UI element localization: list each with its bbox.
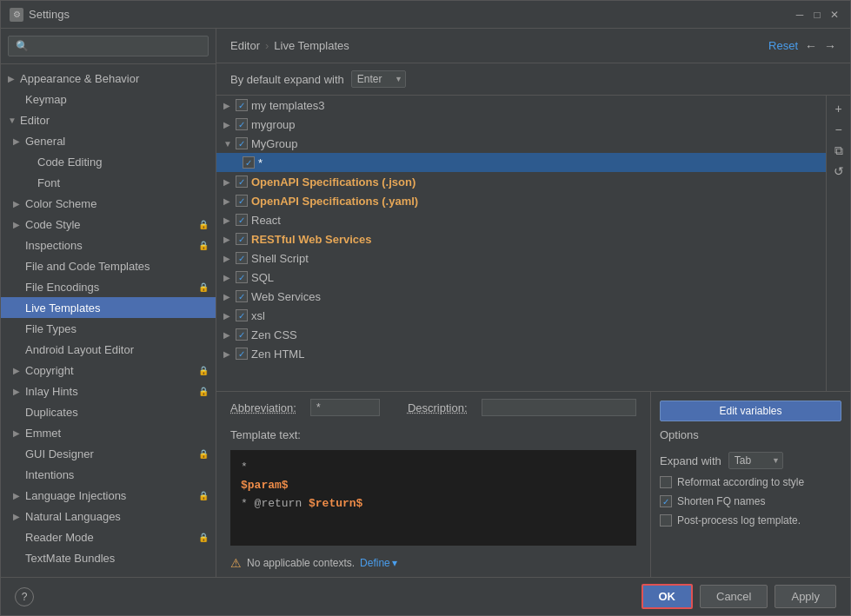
define-link[interactable]: Define ▾	[360, 557, 397, 569]
main-content-area: By default expand with Enter Tab Space ▼	[216, 63, 850, 577]
template-group-openapi-yaml[interactable]: ▶ OpenAPI Specifications (.yaml)	[216, 191, 826, 210]
template-group-openapi-json[interactable]: ▶ OpenAPI Specifications (.json)	[216, 172, 826, 191]
options-expand-select-wrapper: Tab Enter Space ▼	[728, 452, 783, 469]
reset-template-button[interactable]: ↺	[829, 162, 848, 181]
template-group-mygroup-expanded[interactable]: ▼ MyGroup	[216, 134, 826, 153]
post-process-checkbox[interactable]	[660, 514, 672, 527]
sidebar-label-intentions: Intentions	[25, 468, 74, 481]
maximize-button[interactable]: □	[810, 8, 824, 22]
sidebar-item-language-injections[interactable]: ▶ Language Injections 🔒	[1, 485, 216, 506]
sidebar-item-appearance[interactable]: ▶ Appearance & Behavior	[1, 68, 216, 89]
sidebar-item-duplicates[interactable]: Duplicates	[1, 401, 216, 422]
template-group-xsl[interactable]: ▶ xsl	[216, 306, 826, 325]
label-sql: SQL	[251, 271, 274, 284]
minimize-button[interactable]: ─	[793, 8, 807, 22]
template-group-react[interactable]: ▶ React	[216, 210, 826, 229]
shorten-fq-checkbox[interactable]	[660, 495, 672, 507]
abbr-label: Abbreviation:	[230, 401, 296, 414]
breadcrumb: Editor › Live Templates	[230, 39, 768, 52]
label-zen-css: Zen CSS	[251, 328, 297, 341]
sidebar-item-reader-mode[interactable]: Reader Mode 🔒	[1, 527, 216, 547]
checkbox-restful[interactable]	[236, 233, 248, 245]
sidebar-item-inspections[interactable]: Inspections 🔒	[1, 235, 216, 255]
sidebar-item-emmet[interactable]: ▶ Emmet	[1, 422, 216, 443]
checkbox-react[interactable]	[236, 214, 248, 226]
ok-button[interactable]: OK	[642, 584, 694, 609]
sidebar-item-file-templates[interactable]: File and Code Templates	[1, 255, 216, 276]
label-shell: Shell Script	[251, 252, 309, 265]
sidebar-item-copyright[interactable]: ▶ Copyright 🔒	[1, 360, 216, 381]
help-button[interactable]: ?	[15, 587, 34, 606]
shorten-fq-label: Shorten FQ names	[677, 495, 765, 507]
sidebar-item-editor[interactable]: ▼ Editor	[1, 109, 216, 130]
apply-button[interactable]: Apply	[775, 585, 836, 608]
template-group-zen-html[interactable]: ▶ Zen HTML	[216, 344, 826, 363]
label-mygroup: mygroup	[251, 118, 296, 131]
checkbox-xsl[interactable]	[236, 309, 248, 321]
template-text-label: Template text:	[230, 428, 636, 441]
checkbox-mygroup[interactable]	[236, 118, 248, 130]
arrow-xsl: ▶	[223, 311, 236, 321]
template-list: ▶ my templates3 ▶ mygroup ▼	[216, 96, 826, 391]
sidebar-item-inlay-hints[interactable]: ▶ Inlay Hints 🔒	[1, 381, 216, 401]
checkbox-zen-html[interactable]	[236, 348, 248, 360]
sidebar-label-keymap: Keymap	[25, 93, 67, 106]
lock-icon-copyright: 🔒	[196, 363, 210, 377]
expand-with-select[interactable]: Enter Tab Space	[351, 70, 406, 88]
template-group-web-services[interactable]: ▶ Web Services	[216, 287, 826, 306]
template-group-mygroup[interactable]: ▶ mygroup	[216, 115, 826, 134]
sidebar-label-textmate: TextMate Bundles	[25, 552, 115, 565]
copy-template-button[interactable]: ⧉	[829, 141, 848, 160]
sidebar-item-code-editing[interactable]: Code Editing	[1, 151, 216, 172]
sidebar-item-natural-langs[interactable]: ▶ Natural Languages	[1, 506, 216, 527]
reformat-checkbox[interactable]	[660, 476, 672, 488]
nav-back-button[interactable]: ←	[805, 39, 817, 53]
sidebar-item-code-style[interactable]: ▶ Code Style 🔒	[1, 214, 216, 235]
arrow-web-services: ▶	[223, 292, 236, 301]
sidebar-item-live-templates[interactable]: Live Templates	[1, 297, 216, 318]
checkbox-web-services[interactable]	[236, 290, 248, 302]
sidebar-item-file-types[interactable]: File Types	[1, 318, 216, 339]
template-group-restful[interactable]: ▶ RESTful Web Services	[216, 229, 826, 248]
sidebar-item-keymap[interactable]: Keymap	[1, 89, 216, 109]
remove-template-button[interactable]: −	[829, 120, 848, 139]
options-expand-select[interactable]: Tab Enter Space	[728, 452, 783, 469]
settings-window: ⚙ Settings ─ □ ✕ ▶ Appearance & Behavior	[0, 0, 851, 616]
description-input[interactable]	[482, 399, 636, 416]
sidebar-item-textmate[interactable]: TextMate Bundles	[1, 547, 216, 568]
sidebar-item-general[interactable]: ▶ General	[1, 130, 216, 151]
edit-variables-button[interactable]: Edit variables	[660, 401, 841, 421]
fields-row: Abbreviation: Description:	[230, 399, 636, 416]
template-group-sql[interactable]: ▶ SQL	[216, 268, 826, 287]
checkbox-star[interactable]	[243, 156, 255, 169]
checkbox-mygroup-expanded[interactable]	[236, 137, 248, 149]
checkbox-shell[interactable]	[236, 252, 248, 264]
sidebar-item-gui-designer[interactable]: GUI Designer 🔒	[1, 443, 216, 464]
sidebar-item-font[interactable]: Font	[1, 172, 216, 193]
checkbox-openapi-json[interactable]	[236, 176, 248, 188]
checkbox-zen-css[interactable]	[236, 328, 248, 341]
expand-select-wrapper: Enter Tab Space ▼	[351, 70, 406, 88]
template-group-my-templates3[interactable]: ▶ my templates3	[216, 96, 826, 115]
close-button[interactable]: ✕	[828, 8, 841, 22]
template-item-star[interactable]: *	[216, 153, 826, 172]
template-group-shell[interactable]: ▶ Shell Script	[216, 248, 826, 268]
reset-button[interactable]: Reset	[768, 39, 798, 52]
expand-arrow-color-scheme: ▶	[13, 199, 25, 209]
sidebar-item-file-encodings[interactable]: File Encodings 🔒	[1, 276, 216, 297]
label-restful: RESTful Web Services	[251, 233, 371, 246]
cancel-button[interactable]: Cancel	[700, 585, 768, 608]
checkbox-sql[interactable]	[236, 271, 248, 283]
sidebar-item-android-layout[interactable]: Android Layout Editor	[1, 339, 216, 360]
sidebar-item-color-scheme[interactable]: ▶ Color Scheme	[1, 193, 216, 214]
nav-forward-button[interactable]: →	[824, 39, 836, 53]
template-code-display[interactable]: * $param$ * @return $return$	[230, 450, 636, 546]
search-box	[1, 29, 216, 64]
checkbox-my-templates3[interactable]	[236, 99, 248, 111]
template-group-zen-css[interactable]: ▶ Zen CSS	[216, 325, 826, 344]
add-template-button[interactable]: +	[829, 99, 848, 118]
search-input[interactable]	[8, 36, 209, 56]
abbreviation-input[interactable]	[310, 399, 380, 416]
sidebar-item-intentions[interactable]: Intentions	[1, 464, 216, 485]
checkbox-openapi-yaml[interactable]	[236, 195, 248, 207]
